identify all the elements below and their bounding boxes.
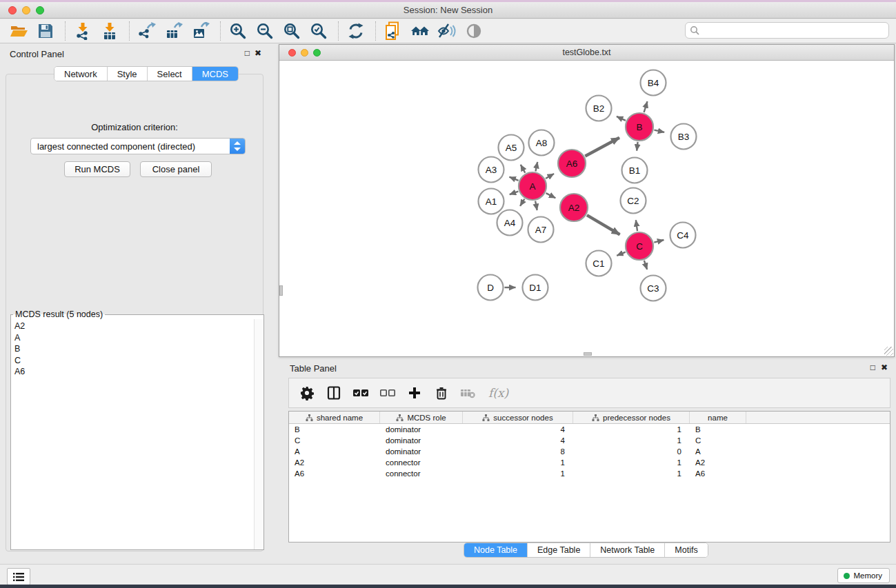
export-table-icon[interactable] [163,21,184,41]
float-table-panel-icon[interactable]: □ [870,363,875,372]
column-panel-icon[interactable] [326,385,342,401]
close-table-panel-icon[interactable]: ✖ [881,363,888,372]
mcds-result-list: A2ABCA6 [12,321,253,549]
edge-A-A5[interactable] [521,165,526,173]
add-column-icon[interactable] [406,385,423,401]
toolbar-separator [375,21,376,41]
network-graph[interactable]: B4B2BB3A5A8A6A3B1AC2A1A2A4A7C4CC1DD1C3 [279,61,894,356]
edge-C-C3[interactable] [644,261,647,270]
edge-A-A4[interactable] [520,199,524,206]
network-file-title: testGlobe.txt [279,48,894,57]
node-label-B2: B2 [593,103,605,114]
edge-B-B3[interactable] [654,130,664,132]
mcds-result-item[interactable]: C [12,355,253,367]
search-input[interactable] [700,24,884,37]
edge-C-C4[interactable] [654,240,664,243]
open-session-icon[interactable] [8,21,29,41]
node-label-B3: B3 [678,132,690,142]
export-image-icon[interactable] [190,21,211,41]
zoom-selected-icon[interactable] [308,21,329,41]
tab-network-table[interactable]: Network Table [590,543,665,557]
edge-C-C2[interactable] [636,220,637,231]
table-options-gear-icon[interactable] [299,385,315,401]
column-header-name[interactable]: name [690,412,746,423]
memory-status-icon [844,573,850,579]
edge-A-A7[interactable] [535,201,537,210]
import-network-icon[interactable] [72,21,93,41]
mcds-result-item[interactable]: B [12,343,253,355]
delete-column-trash-icon[interactable] [433,385,450,401]
node-table[interactable]: shared nameMCDS rolesuccessor nodesprede… [288,411,890,543]
task-history-button[interactable] [7,568,30,585]
tab-mcds[interactable]: MCDS [192,67,238,81]
mcds-result-item[interactable]: A [12,332,253,344]
mcds-result-item[interactable]: A2 [12,321,253,332]
tab-edge-table[interactable]: Edge Table [528,543,590,557]
toolbar-separator [129,21,130,41]
table-cell: connector [380,457,463,468]
table-cell: A2 [289,457,380,468]
table-row[interactable]: A2connector11A2 [289,457,890,468]
zoom-in-icon[interactable] [228,21,248,41]
table-cell: A6 [289,468,380,479]
table-row[interactable]: Bdominator41B [289,424,890,435]
mcds-result-legend: MCDS result (5 nodes) [13,310,105,319]
close-panel-button[interactable]: Close panel [140,161,212,177]
node-label-C2: C2 [627,196,639,206]
column-header-successor-nodes[interactable]: successor nodes [463,412,573,423]
export-network-icon[interactable] [137,21,157,41]
edge-B-B1[interactable] [637,142,637,151]
edge-A-A6[interactable] [546,174,554,179]
zoom-out-icon[interactable] [255,21,275,41]
vertical-scroll-thumb[interactable] [279,285,283,296]
network-canvas[interactable]: B4B2BB3A5A8A6A3B1AC2A1A2A4A7C4CC1DD1C3 [279,61,894,356]
main-titlebar: Session: New Session [0,2,896,19]
save-session-icon[interactable] [35,21,56,41]
edge-C-C1[interactable] [617,252,626,256]
table-cell: 4 [463,424,573,435]
deselect-all-checkboxes-icon[interactable] [379,385,396,401]
column-header-shared-name[interactable]: shared name [289,412,380,423]
edge-A6-B[interactable] [585,138,619,156]
edge-A-A8[interactable] [535,162,537,172]
column-header-MCDS-role[interactable]: MCDS role [380,412,463,423]
column-header-predecessor-nodes[interactable]: predecessor nodes [573,412,690,423]
optimization-criterion-select[interactable]: largest connected component (directed) [30,138,246,154]
refresh-view-icon[interactable] [346,21,366,41]
hide-graphics-details-icon[interactable] [437,21,457,41]
edge-B-B4[interactable] [644,101,648,112]
table-row[interactable]: Adominator80A [289,446,890,457]
table-cell: dominator [380,435,463,446]
tab-style[interactable]: Style [108,67,148,81]
show-graphics-details-icon[interactable] [464,21,484,41]
close-panel-icon[interactable]: ✖ [255,49,261,57]
tab-select[interactable]: Select [148,67,192,81]
table-row[interactable]: Cdominator41C [289,435,890,446]
window-resize-grip[interactable] [884,347,893,356]
select-all-checkboxes-icon[interactable] [352,385,369,401]
table-cell: dominator [380,446,463,457]
edge-B-B2[interactable] [617,116,626,121]
table-row[interactable]: A6connector11A6 [289,468,890,479]
import-table-icon[interactable] [99,21,120,41]
tab-motifs[interactable]: Motifs [665,543,707,557]
edge-A-A2[interactable] [546,193,556,198]
edge-A-A1[interactable] [510,192,519,195]
run-mcds-button[interactable]: Run MCDS [64,161,130,177]
float-panel-icon[interactable]: □ [245,49,250,57]
edge-A2-C[interactable] [587,215,620,234]
tab-node-table[interactable]: Node Table [464,543,528,557]
result-scrollbar[interactable] [254,319,263,549]
search-field[interactable] [685,22,889,39]
edge-A-A3[interactable] [509,177,518,181]
node-label-A4: A4 [504,218,516,228]
zoom-fit-icon[interactable] [281,21,302,41]
node-label-A1: A1 [486,196,497,207]
network-from-document-icon[interactable] [383,21,404,41]
memory-button[interactable]: Memory [837,568,890,583]
horizontal-scroll-thumb[interactable] [584,352,592,356]
home-layout-icon[interactable] [410,21,430,41]
optimization-criterion-label: Optimization criterion: [6,122,263,132]
mcds-result-item[interactable]: A6 [12,366,253,378]
tab-network[interactable]: Network [54,67,108,81]
